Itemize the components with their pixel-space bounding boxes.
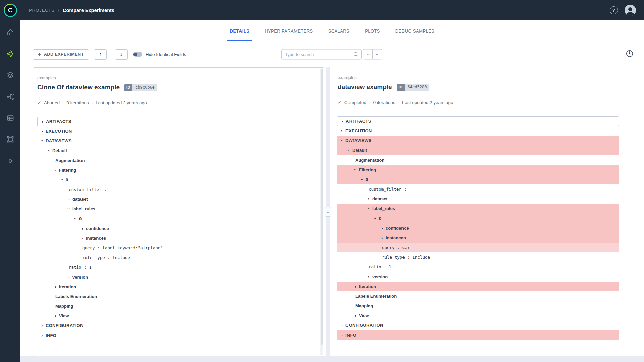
tree-row-0[interactable]: ›0	[337, 175, 619, 184]
tree-row-info[interactable]: ›INFO	[37, 330, 320, 340]
chevron-right-icon[interactable]: ›	[67, 197, 71, 202]
project-name[interactable]: examples	[338, 75, 619, 80]
search-input[interactable]	[281, 49, 362, 60]
chevron-down-icon[interactable]: ›	[66, 207, 71, 211]
chevron-right-icon[interactable]: ›	[353, 284, 358, 289]
chevron-right-icon[interactable]: ›	[340, 333, 344, 338]
tree-row-0[interactable]: ›0	[337, 214, 619, 223]
tree-row-0[interactable]: ›0	[37, 175, 320, 185]
search-icon[interactable]	[353, 51, 359, 58]
breadcrumb-projects-link[interactable]: PROJECTS	[29, 8, 55, 13]
tree-row-label-rules[interactable]: ›label_rules	[337, 204, 619, 214]
sidebar-item-projects[interactable]	[3, 46, 18, 61]
hide-identical-toggle[interactable]	[133, 52, 142, 57]
experiment-id-badge[interactable]: ID 64ed5280	[397, 84, 430, 91]
chevron-down-icon[interactable]: ›	[73, 217, 78, 221]
tree-row-version[interactable]: ›version	[37, 272, 320, 282]
chevron-right-icon[interactable]: ›	[80, 236, 85, 241]
chevron-right-icon[interactable]: ›	[367, 274, 371, 279]
tree-row-custom-filter[interactable]: custom_filter :	[37, 185, 320, 194]
sidebar-item-reports[interactable]	[3, 111, 18, 125]
chevron-down-icon[interactable]: ›	[353, 168, 358, 172]
tab-plots[interactable]: PLOTS	[357, 20, 388, 41]
tree-row-mapping[interactable]: Mapping	[337, 301, 619, 311]
chevron-right-icon[interactable]: ›	[67, 275, 71, 280]
tree-row-augmentation[interactable]: Augmentation	[37, 156, 320, 165]
sidebar-item-dashboard[interactable]	[3, 25, 18, 40]
chevron-down-icon[interactable]: ›	[339, 138, 344, 143]
chevron-right-icon[interactable]: ›	[367, 196, 371, 201]
tree-row-custom-filter[interactable]: custom_filter :	[337, 184, 619, 194]
tree-row-dataviews[interactable]: ›DATAVIEWS	[337, 136, 619, 145]
chevron-down-icon[interactable]: ›	[373, 216, 378, 221]
tree-row-dataset[interactable]: ›dataset	[37, 194, 320, 204]
tab-scalars[interactable]: SCALARS	[321, 20, 358, 41]
tab-details[interactable]: DETAILS	[222, 20, 257, 41]
tree-row-ratio-1[interactable]: ratio : 1	[337, 262, 619, 272]
tree-row-configuration[interactable]: ›CONFIGURATION	[337, 320, 619, 330]
chevron-right-icon[interactable]: ›	[353, 313, 358, 318]
tree-row-ratio-1[interactable]: ratio : 1	[37, 262, 320, 272]
tree-row-instances[interactable]: ›instances	[337, 233, 619, 243]
sidebar-item-applications[interactable]	[3, 154, 18, 168]
tree-row-info[interactable]: ›INFO	[337, 330, 619, 340]
tree-row-artifacts[interactable]: ›ARTIFACTS	[337, 116, 619, 126]
sidebar-item-annotations[interactable]	[3, 132, 18, 147]
avatar[interactable]	[625, 5, 636, 16]
chevron-right-icon[interactable]: ›	[40, 323, 44, 328]
tree-row-default[interactable]: ›Default	[37, 146, 320, 156]
tree-row-query-label-keyword-airplane[interactable]: query : label.keyword:"airplane"	[37, 243, 320, 253]
chevron-right-icon[interactable]: ›	[340, 323, 344, 328]
tree-row-execution[interactable]: ›EXECUTION	[337, 126, 619, 136]
tree-row-augmentation[interactable]: Augmentation	[337, 155, 619, 165]
compare-view-icon[interactable]	[625, 49, 634, 59]
chevron-right-icon[interactable]: ›	[53, 284, 58, 289]
tree-row-filtering[interactable]: ›Filtering	[37, 165, 320, 175]
chevron-down-icon[interactable]: ›	[360, 177, 365, 182]
experiment-id-badge[interactable]: ID cb9c0b6e	[124, 84, 157, 91]
add-experiment-button[interactable]: + ADD EXPERIMENT	[33, 49, 89, 60]
chevron-down-icon[interactable]: ›	[366, 206, 371, 211]
tree-row-rule-type-include[interactable]: rule type : Include	[337, 252, 619, 262]
project-name[interactable]: examples	[37, 75, 320, 80]
horizontal-scrollbar-track[interactable]	[20, 356, 644, 362]
collapse-panel-button[interactable]: «	[325, 207, 331, 217]
tree-row-view[interactable]: ›View	[37, 311, 320, 321]
tree-row-label-rules[interactable]: ›label_rules	[37, 204, 320, 214]
tree-row-execution[interactable]: ›EXECUTION	[37, 126, 320, 136]
chevron-down-icon[interactable]: ›	[40, 139, 45, 143]
sidebar-item-pipelines[interactable]	[3, 89, 18, 104]
tree-row-filtering[interactable]: ›Filtering	[337, 165, 619, 175]
move-down-button[interactable]: ↓	[115, 49, 128, 60]
chevron-right-icon[interactable]: ›	[380, 226, 384, 231]
tree-row-iteration[interactable]: ›Iteration	[337, 282, 619, 291]
tree-row-labels-enumeration[interactable]: Labels Enumeration	[37, 292, 320, 301]
chevron-right-icon[interactable]: ›	[380, 235, 384, 240]
chevron-right-icon[interactable]: ›	[53, 313, 58, 318]
tree-row-rule-type-include[interactable]: rule type : Include	[37, 253, 320, 262]
tree-row-confidence[interactable]: ›confidence	[37, 224, 320, 233]
tree-row-version[interactable]: ›version	[337, 272, 619, 282]
tree-row-dataset[interactable]: ›dataset	[337, 194, 619, 204]
tree-row-query-car[interactable]: query : car	[337, 243, 619, 252]
tree-row-default[interactable]: ›Default	[337, 145, 619, 155]
tree-row-labels-enumeration[interactable]: Labels Enumeration	[337, 291, 619, 301]
tree-row-dataviews[interactable]: ›DATAVIEWS	[37, 136, 320, 146]
help-icon[interactable]: ?	[610, 6, 618, 14]
tree-row-artifacts[interactable]: ›ARTIFACTS	[37, 117, 320, 126]
chevron-down-icon[interactable]: ›	[60, 178, 65, 182]
vertical-scrollbar[interactable]	[320, 68, 323, 355]
chevron-right-icon[interactable]: ›	[40, 129, 44, 134]
clearml-logo[interactable]: C	[1, 1, 20, 20]
search-next-button[interactable]: ›	[372, 49, 382, 60]
tree-row-instances[interactable]: ›instances	[37, 233, 320, 243]
chevron-right-icon[interactable]: ›	[40, 333, 44, 338]
tab-debug-samples[interactable]: DEBUG SAMPLES	[388, 20, 442, 41]
chevron-right-icon[interactable]: ›	[80, 226, 85, 231]
search-prev-button[interactable]: ›	[363, 49, 373, 60]
tree-row-iteration[interactable]: ›Iteration	[37, 282, 320, 292]
tree-row-view[interactable]: ›View	[337, 311, 619, 320]
tree-row-configuration[interactable]: ›CONFIGURATION	[37, 321, 320, 330]
chevron-right-icon[interactable]: ›	[340, 128, 344, 133]
chevron-right-icon[interactable]: ›	[40, 119, 45, 124]
